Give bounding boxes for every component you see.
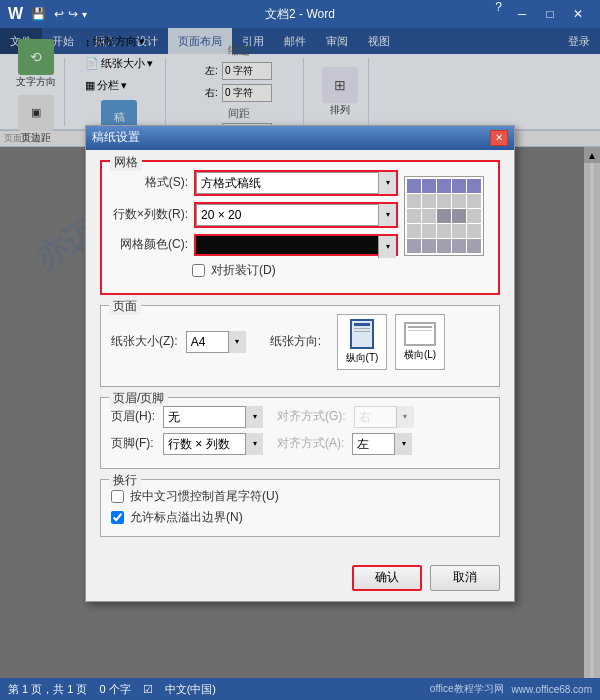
footer-align-select[interactable]: 左 右 居中 [352,433,412,455]
fold-checkbox-label: 对折装订(D) [211,262,276,279]
hf-section: 页眉/页脚 页眉(H): 无 页码 日期 ▾ 对齐方式(G): [100,397,500,469]
footer-select-wrapper: 行数 × 列数 页码 无 ▾ [163,433,263,455]
rows-cols-select-wrapper: 20 × 20 24 × 25 10 × 20 ▾ [194,202,398,228]
portrait-icon [350,319,374,349]
header-label: 页眉(H): [111,408,157,425]
page-section: 页面 纸张大小(Z): A4 A3 B5 ▾ 纸张方向: [100,305,500,387]
page-section-title: 页面 [109,298,141,315]
rows-cols-label: 行数×列数(R): [112,206,188,223]
header-align-select-wrapper: 右 左 居中 ▾ [354,406,414,428]
quick-save-icon[interactable]: 💾 [31,7,46,21]
page-info: 第 1 页，共 1 页 [8,682,87,697]
close-button[interactable]: ✕ [564,0,592,28]
help-icon[interactable]: ? [489,0,508,28]
paper-size-label: 纸张大小(Z): [111,333,178,350]
chinese-checkbox-label: 按中文习惯控制首尾字符(U) [130,488,279,505]
color-label: 网格颜色(C): [112,236,188,253]
dialog-body: 网格 格式(S): 方格式稿纸 非稿纸文档 行线式稿纸 外框式稿纸 ▾ [86,150,514,561]
format-row: 格式(S): 方格式稿纸 非稿纸文档 行线式稿纸 外框式稿纸 ▾ [112,170,398,196]
fold-checkbox[interactable] [192,264,205,277]
title-bar-left: W 💾 ↩ ↪ ▾ [8,5,87,23]
color-select[interactable]: ▾ [194,234,398,256]
spell-check-icon[interactable]: ☑ [143,683,153,696]
dialog-title: 稿纸设置 [92,129,140,146]
status-right: office教程学习网 www.office68.com [430,682,592,696]
grid-section: 网格 格式(S): 方格式稿纸 非稿纸文档 行线式稿纸 外框式稿纸 ▾ [100,160,500,295]
portrait-button[interactable]: 纵向(T) [337,314,387,370]
title-bar: W 💾 ↩ ↪ ▾ 文档2 - Word ? ─ □ ✕ [0,0,600,28]
office-logo-text: office教程学习网 [430,682,504,696]
format-label: 格式(S): [112,174,188,191]
header-select-wrapper: 无 页码 日期 ▾ [163,406,263,428]
footer-align-select-wrapper: 左 右 居中 ▾ [352,433,412,455]
word-count: 0 个字 [99,682,130,697]
format-select-wrapper: 方格式稿纸 非稿纸文档 行线式稿纸 外框式稿纸 ▾ [194,170,398,196]
exchange-title: 换行 [109,472,141,489]
grid-section-title: 网格 [110,154,142,171]
color-row: 网格颜色(C): ▾ [112,234,398,256]
dialog-titlebar: 稿纸设置 ✕ [86,126,514,150]
portrait-label: 纵向(T) [346,351,379,365]
rows-cols-row: 行数×列数(R): 20 × 20 24 × 25 10 × 20 ▾ [112,202,398,228]
rows-cols-select[interactable]: 20 × 20 24 × 25 10 × 20 [196,204,396,226]
chinese-checkbox[interactable] [111,490,124,503]
paper-size-select-wrapper: A4 A3 B5 ▾ [186,331,246,353]
paper-direction-label: 纸张方向: [270,333,321,350]
hf-section-title: 页眉/页脚 [109,390,168,407]
paper-size-row: 纸张大小(Z): A4 A3 B5 ▾ 纸张方向: [111,314,489,370]
header-row: 页眉(H): 无 页码 日期 ▾ 对齐方式(G): 右 左 [111,406,489,428]
punctuation-checkbox[interactable] [111,511,124,524]
paper-size-select[interactable]: A4 A3 B5 [186,331,246,353]
grid-preview [404,176,484,256]
landscape-icon [404,322,436,346]
header-align-label: 对齐方式(G): [277,408,346,425]
footer-label: 页脚(F): [111,435,157,452]
redo-icon[interactable]: ↪ [68,7,78,21]
fold-checkbox-row: 对折装订(D) [192,262,398,279]
cancel-button[interactable]: 取消 [430,565,500,591]
more-qat-icon[interactable]: ▾ [82,9,87,20]
orientation-buttons: 纵向(T) 横向(L) [337,314,445,370]
landscape-button[interactable]: 横向(L) [395,314,445,370]
header-align-select[interactable]: 右 左 居中 [354,406,414,428]
minimize-button[interactable]: ─ [508,0,536,28]
format-select[interactable]: 方格式稿纸 非稿纸文档 行线式稿纸 外框式稿纸 [196,172,396,194]
dialog-buttons: 确认 取消 [86,561,514,601]
landscape-label: 横向(L) [404,348,436,362]
confirm-button[interactable]: 确认 [352,565,422,591]
draft-settings-dialog: 稿纸设置 ✕ 网格 格式(S): 方格式稿纸 非稿纸文档 行线式稿纸 外框式稿纸 [85,125,515,602]
chinese-checkbox-row: 按中文习惯控制首尾字符(U) [111,488,489,505]
undo-icon[interactable]: ↩ [54,7,64,21]
grid-preview-inner [404,176,484,256]
footer-align-label: 对齐方式(A): [277,435,344,452]
punctuation-checkbox-row: 允许标点溢出边界(N) [111,509,489,526]
language: 中文(中国) [165,682,216,697]
word-icon[interactable]: W [8,5,23,23]
office-url: www.office68.com [512,684,592,695]
status-bar: 第 1 页，共 1 页 0 个字 ☑ 中文(中国) office教程学习网 ww… [0,678,600,700]
title-bar-controls: ? ─ □ ✕ [489,0,592,28]
dialog-overlay: 稿纸设置 ✕ 网格 格式(S): 方格式稿纸 非稿纸文档 行线式稿纸 外框式稿纸 [0,28,600,678]
color-value-display [196,236,378,254]
color-select-arrow: ▾ [378,236,396,258]
punctuation-checkbox-label: 允许标点溢出边界(N) [130,509,243,526]
footer-select[interactable]: 行数 × 列数 页码 无 [163,433,263,455]
maximize-button[interactable]: □ [536,0,564,28]
title-bar-title: 文档2 - Word [265,6,335,23]
header-select[interactable]: 无 页码 日期 [163,406,263,428]
dialog-close-button[interactable]: ✕ [490,130,508,146]
footer-row: 页脚(F): 行数 × 列数 页码 无 ▾ 对齐方式(A): 左 右 [111,433,489,455]
exchange-section: 换行 按中文习惯控制首尾字符(U) 允许标点溢出边界(N) [100,479,500,537]
